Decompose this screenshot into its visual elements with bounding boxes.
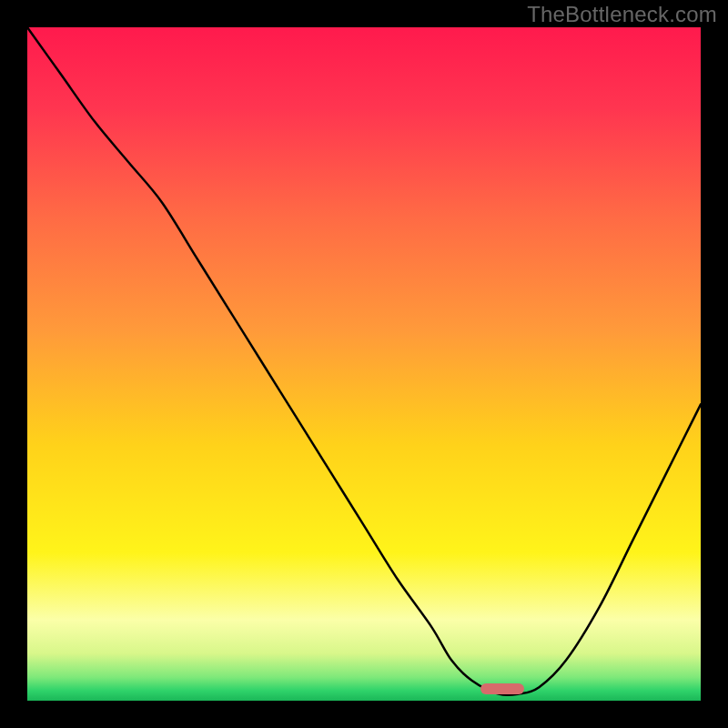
optimal-marker [480, 683, 524, 694]
svg-rect-0 [27, 27, 701, 701]
watermark-label: TheBottleneck.com [527, 2, 717, 27]
chart-frame: TheBottleneck.com [0, 0, 728, 728]
plot-gradient-background [27, 27, 701, 701]
plot-area [27, 27, 701, 701]
